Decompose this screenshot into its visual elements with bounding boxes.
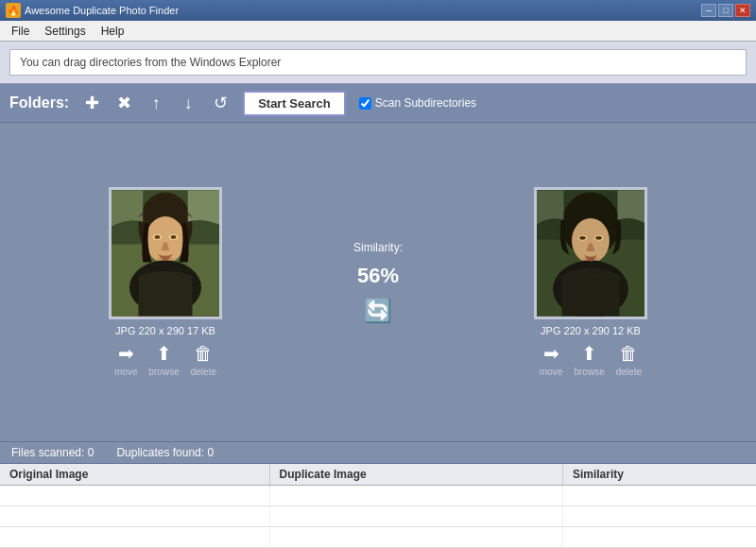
col-original-image: Original Image — [0, 464, 269, 486]
status-bar: Files scanned: 0 Duplicates found: 0 — [0, 441, 756, 464]
menu-file[interactable]: File — [4, 23, 37, 40]
comparison-area: JPG 220 x 290 17 KB ➡ move ⬆ browse 🗑 de… — [0, 123, 756, 441]
center-similarity-panel: Similarity: 56% 🔄 — [321, 132, 435, 432]
menu-help[interactable]: Help — [94, 23, 132, 40]
table-row — [0, 486, 756, 506]
menu-settings[interactable]: Settings — [37, 23, 93, 40]
left-image-svg — [112, 190, 219, 317]
right-image-actions: ➡ move ⬆ browse 🗑 delete — [540, 342, 642, 377]
title-bar: 🔥 Awesome Duplicate Photo Finder ─ □ ✕ — [0, 0, 756, 21]
table-row — [0, 506, 756, 527]
left-image-info: JPG 220 x 290 17 KB — [115, 325, 215, 336]
results-table: Original Image Duplicate Image Similarit… — [0, 464, 756, 548]
right-move-icon: ➡ — [543, 342, 559, 365]
left-delete-icon: 🗑 — [194, 343, 213, 365]
move-down-button[interactable]: ↓ — [175, 90, 201, 116]
right-browse-label: browse — [574, 367, 604, 377]
minimize-button[interactable]: ─ — [701, 4, 716, 17]
results-grid: Original Image Duplicate Image Similarit… — [0, 464, 756, 548]
similarity-label: Similarity: — [353, 241, 403, 254]
left-image-frame — [109, 187, 222, 319]
table-header-row: Original Image Duplicate Image Similarit… — [0, 464, 756, 486]
folders-toolbar: Folders: ✚ ✖ ↑ ↓ ↺ Start Search Scan Sub… — [0, 83, 756, 123]
left-delete-action[interactable]: 🗑 delete — [191, 343, 216, 377]
right-move-label: move — [540, 367, 562, 377]
move-up-button[interactable]: ↑ — [143, 90, 169, 116]
right-image-info: JPG 220 x 290 12 KB — [541, 325, 641, 336]
close-button[interactable]: ✕ — [735, 4, 750, 17]
start-search-button[interactable]: Start Search — [243, 91, 346, 116]
swap-button[interactable]: 🔄 — [364, 298, 392, 324]
svg-point-19 — [595, 236, 602, 240]
scan-subdirs-checkbox[interactable] — [359, 97, 371, 110]
left-image-panel: JPG 220 x 290 17 KB ➡ move ⬆ browse 🗑 de… — [9, 132, 321, 432]
left-browse-icon: ⬆ — [156, 342, 172, 365]
folders-label: Folders: — [9, 94, 69, 111]
right-delete-action[interactable]: 🗑 delete — [616, 343, 642, 377]
left-image-actions: ➡ move ⬆ browse 🗑 delete — [114, 342, 216, 377]
window-body: You can drag directories from the Window… — [0, 42, 756, 548]
left-delete-label: delete — [191, 367, 216, 377]
results-body — [0, 486, 756, 548]
scan-subdirs-text: Scan Subdirectories — [375, 96, 476, 110]
app-title: Awesome Duplicate Photo Finder — [25, 5, 697, 16]
left-move-icon: ➡ — [118, 342, 134, 365]
right-delete-icon: 🗑 — [619, 343, 638, 365]
right-image-panel: JPG 220 x 290 12 KB ➡ move ⬆ browse 🗑 de… — [435, 132, 747, 432]
app-icon: 🔥 — [6, 3, 21, 18]
svg-point-7 — [155, 235, 161, 239]
right-image-svg — [537, 190, 644, 317]
right-image-frame — [534, 187, 647, 319]
table-row — [0, 527, 756, 548]
maximize-button[interactable]: □ — [718, 4, 733, 17]
left-browse-action[interactable]: ⬆ browse — [148, 342, 179, 377]
svg-point-17 — [579, 236, 586, 240]
svg-point-13 — [572, 218, 610, 264]
files-scanned-status: Files scanned: 0 — [11, 446, 94, 459]
col-similarity: Similarity — [562, 464, 756, 486]
col-duplicate-image: Duplicate Image — [269, 464, 562, 486]
right-browse-action[interactable]: ⬆ browse — [574, 342, 604, 377]
menu-bar: File Settings Help — [0, 21, 756, 42]
remove-folder-button[interactable]: ✖ — [111, 90, 137, 116]
refresh-button[interactable]: ↺ — [207, 90, 233, 116]
similarity-value: 56% — [357, 264, 399, 288]
left-move-label: move — [114, 367, 137, 377]
duplicates-found-status: Duplicates found: 0 — [116, 446, 214, 459]
right-browse-icon: ⬆ — [581, 342, 597, 365]
right-delete-label: delete — [616, 367, 642, 377]
drag-hint-text: You can drag directories from the Window… — [20, 56, 281, 69]
window-controls: ─ □ ✕ — [701, 4, 750, 17]
scan-subdirs-label: Scan Subdirectories — [359, 96, 476, 110]
left-move-action[interactable]: ➡ move — [114, 342, 137, 377]
drag-hint: You can drag directories from the Window… — [9, 49, 747, 76]
add-folder-button[interactable]: ✚ — [78, 90, 105, 116]
svg-point-9 — [171, 235, 177, 239]
right-move-action[interactable]: ➡ move — [540, 342, 562, 377]
left-browse-label: browse — [148, 367, 179, 377]
